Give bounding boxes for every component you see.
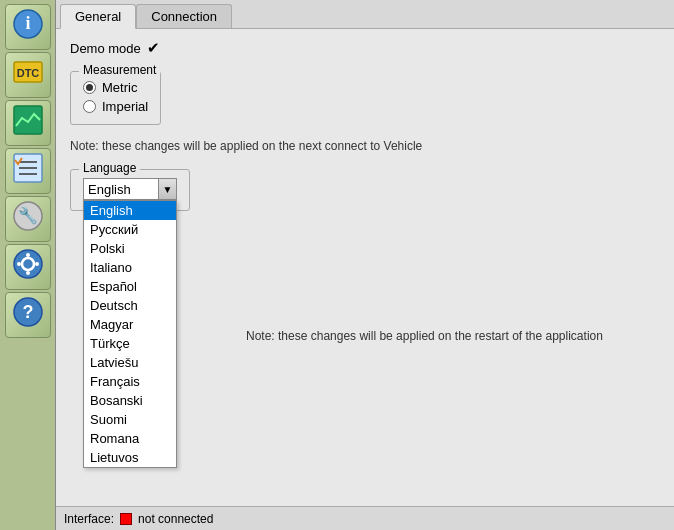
measurement-group: Measurement Metric Imperial — [70, 71, 161, 125]
tab-connection[interactable]: Connection — [136, 4, 232, 28]
status-text: not connected — [138, 512, 213, 526]
sidebar-item-dtc[interactable]: DTC — [5, 52, 51, 98]
lang-option-german[interactable]: Deutsch — [84, 296, 176, 315]
lang-option-french[interactable]: Français — [84, 372, 176, 391]
lang-option-hungarian[interactable]: Magyar — [84, 315, 176, 334]
lang-option-romanian[interactable]: Romana — [84, 429, 176, 448]
lang-option-latvian[interactable]: Latviešu — [84, 353, 176, 372]
svg-text:i: i — [25, 13, 30, 33]
svg-point-16 — [35, 262, 39, 266]
sidebar-item-graph[interactable] — [5, 100, 51, 146]
svg-text:DTC: DTC — [16, 67, 39, 79]
help-icon: ? — [12, 296, 44, 334]
language-dropdown[interactable]: English ▼ — [83, 178, 177, 200]
sidebar: i DTC — [0, 0, 56, 530]
lang-option-russian[interactable]: Русский — [84, 220, 176, 239]
lang-option-italian[interactable]: Italiano — [84, 258, 176, 277]
radio-metric-circle[interactable] — [83, 81, 96, 94]
sidebar-item-info[interactable]: i — [5, 4, 51, 50]
svg-point-14 — [26, 271, 30, 275]
lang-option-lithuanian[interactable]: Lietuvos — [84, 448, 176, 467]
tab-bar: General Connection — [56, 0, 674, 29]
language-dropdown-list: English Русский Polski Italiano Español … — [83, 200, 177, 468]
radio-imperial[interactable]: Imperial — [83, 99, 148, 114]
sidebar-item-help[interactable]: ? — [5, 292, 51, 338]
language-selected-text: English — [88, 182, 158, 197]
sidebar-item-checklist[interactable] — [5, 148, 51, 194]
dropdown-arrow-icon: ▼ — [163, 184, 173, 195]
lang-option-turkish[interactable]: Türkçe — [84, 334, 176, 353]
svg-point-15 — [17, 262, 21, 266]
checklist-icon — [12, 152, 44, 190]
graph-icon — [12, 104, 44, 142]
gear-icon — [12, 248, 44, 286]
demo-mode-row: Demo mode ✔ — [70, 39, 660, 57]
info-icon: i — [12, 8, 44, 46]
radio-imperial-circle[interactable] — [83, 100, 96, 113]
content-area: Demo mode ✔ Measurement Metric Imperial … — [56, 29, 674, 506]
svg-rect-4 — [14, 106, 42, 134]
radio-metric[interactable]: Metric — [83, 80, 148, 95]
dropdown-arrow-btn[interactable]: ▼ — [158, 179, 176, 199]
language-group-title: Language — [79, 161, 140, 175]
demo-mode-label: Demo mode — [70, 41, 141, 56]
interface-label: Interface: — [64, 512, 114, 526]
wrench-icon: 🔧 — [12, 200, 44, 238]
status-dot — [120, 513, 132, 525]
dtc-icon: DTC — [12, 56, 44, 94]
note-restart: Note: these changes will be applied on t… — [246, 329, 603, 343]
sidebar-item-gear[interactable] — [5, 244, 51, 290]
radio-metric-label: Metric — [102, 80, 137, 95]
lang-option-english[interactable]: English — [84, 201, 176, 220]
svg-point-13 — [26, 253, 30, 257]
lang-option-bosnian[interactable]: Bosanski — [84, 391, 176, 410]
svg-text:🔧: 🔧 — [18, 206, 38, 225]
lang-option-finnish[interactable]: Suomi — [84, 410, 176, 429]
lang-option-polish[interactable]: Polski — [84, 239, 176, 258]
status-bar: Interface: not connected — [56, 506, 674, 530]
measurement-group-title: Measurement — [79, 63, 160, 77]
radio-imperial-label: Imperial — [102, 99, 148, 114]
sidebar-item-wrench[interactable]: 🔧 — [5, 196, 51, 242]
language-group: Language English ▼ English Русский Polsk… — [70, 169, 190, 211]
language-dropdown-container: English ▼ English Русский Polski Italian… — [83, 178, 177, 200]
note-connect: Note: these changes will be applied on t… — [70, 139, 660, 153]
tab-general[interactable]: General — [60, 4, 136, 29]
lang-option-spanish[interactable]: Español — [84, 277, 176, 296]
demo-mode-checkbox[interactable]: ✔ — [147, 39, 160, 57]
svg-text:?: ? — [22, 302, 33, 322]
main-panel: General Connection Demo mode ✔ Measureme… — [56, 0, 674, 530]
